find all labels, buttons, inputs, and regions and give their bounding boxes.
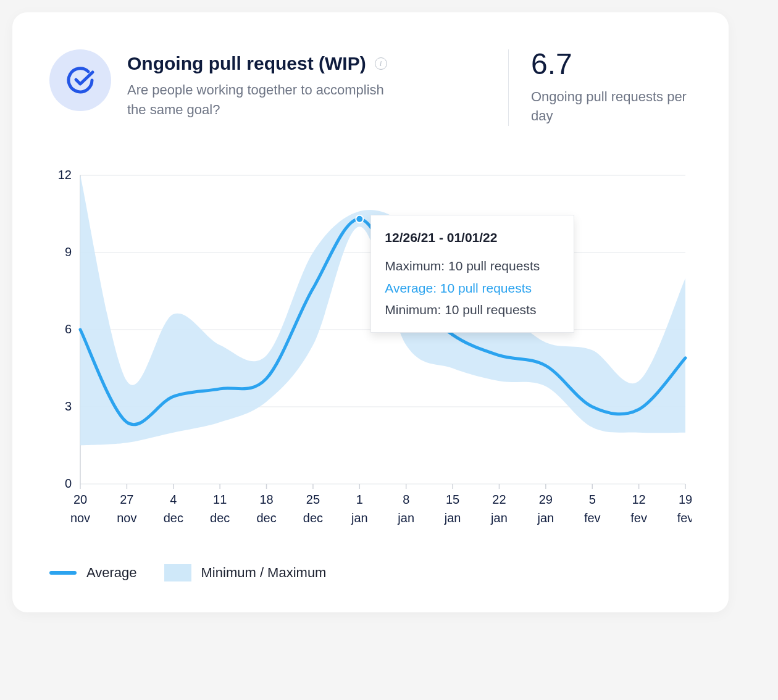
svg-text:15: 15	[446, 493, 459, 506]
svg-text:19: 19	[679, 493, 692, 506]
title-block: Ongoing pull request (WIP) i Are people …	[127, 49, 480, 120]
svg-text:nov: nov	[70, 511, 90, 525]
svg-text:8: 8	[403, 493, 409, 506]
chart-tooltip: 12/26/21 - 01/01/22 Maximum: 10 pull req…	[370, 215, 574, 333]
legend-line-icon	[49, 571, 77, 575]
svg-text:18: 18	[259, 493, 273, 506]
metric-value: 6.7	[531, 49, 692, 79]
svg-text:dec: dec	[210, 511, 230, 525]
svg-text:6: 6	[65, 322, 72, 336]
metric-label: Ongoing pull requests per day	[531, 88, 692, 126]
svg-text:dec: dec	[164, 511, 183, 525]
svg-text:fev: fev	[677, 511, 692, 525]
legend-item-minmax: Minimum / Maximum	[164, 564, 327, 581]
check-circle-icon	[49, 49, 111, 111]
legend-minmax-label: Minimum / Maximum	[201, 565, 327, 581]
svg-text:jan: jan	[537, 511, 554, 525]
svg-text:5: 5	[589, 493, 596, 506]
svg-text:nov: nov	[117, 511, 136, 525]
svg-text:25: 25	[306, 493, 320, 506]
tooltip-avg: Average: 10 pull requests	[385, 277, 560, 299]
svg-text:dec: dec	[303, 511, 323, 525]
svg-text:dec: dec	[256, 511, 276, 525]
svg-text:jan: jan	[351, 511, 368, 525]
tooltip-max: Maximum: 10 pull requests	[385, 255, 560, 277]
svg-text:jan: jan	[397, 511, 414, 525]
svg-point-11	[356, 215, 363, 222]
svg-text:jan: jan	[444, 511, 461, 525]
chart-legend: Average Minimum / Maximum	[49, 564, 692, 581]
check-icon-svg	[64, 64, 97, 97]
svg-text:20: 20	[73, 493, 87, 506]
metric-card: Ongoing pull request (WIP) i Are people …	[12, 12, 729, 612]
legend-avg-label: Average	[86, 565, 137, 581]
svg-text:1: 1	[356, 493, 363, 506]
chart-area: 03691220nov27nov4dec11dec18dec25dec1jan8…	[49, 169, 692, 540]
card-title: Ongoing pull request (WIP)	[127, 53, 366, 74]
card-header: Ongoing pull request (WIP) i Are people …	[49, 49, 692, 126]
tooltip-min: Minimum: 10 pull requests	[385, 299, 560, 321]
svg-text:11: 11	[213, 493, 227, 506]
svg-text:jan: jan	[490, 511, 508, 525]
info-icon[interactable]: i	[375, 57, 387, 70]
svg-text:9: 9	[65, 245, 72, 259]
svg-text:fev: fev	[630, 511, 647, 525]
tooltip-date-range: 12/26/21 - 01/01/22	[385, 227, 560, 249]
metric-block: 6.7 Ongoing pull requests per day	[531, 49, 692, 126]
svg-text:0: 0	[65, 477, 72, 490]
svg-text:12: 12	[58, 169, 72, 181]
svg-text:27: 27	[120, 493, 133, 506]
svg-text:fev: fev	[584, 511, 601, 525]
svg-text:22: 22	[492, 493, 506, 506]
legend-item-average: Average	[49, 565, 137, 581]
svg-text:12: 12	[632, 493, 645, 506]
card-subtitle: Are people working together to accomplis…	[127, 80, 387, 120]
svg-text:3: 3	[65, 399, 72, 413]
legend-swatch-icon	[164, 564, 191, 581]
svg-text:4: 4	[170, 493, 177, 506]
title-row: Ongoing pull request (WIP) i	[127, 53, 480, 74]
svg-text:29: 29	[539, 493, 553, 506]
header-divider	[508, 49, 509, 126]
